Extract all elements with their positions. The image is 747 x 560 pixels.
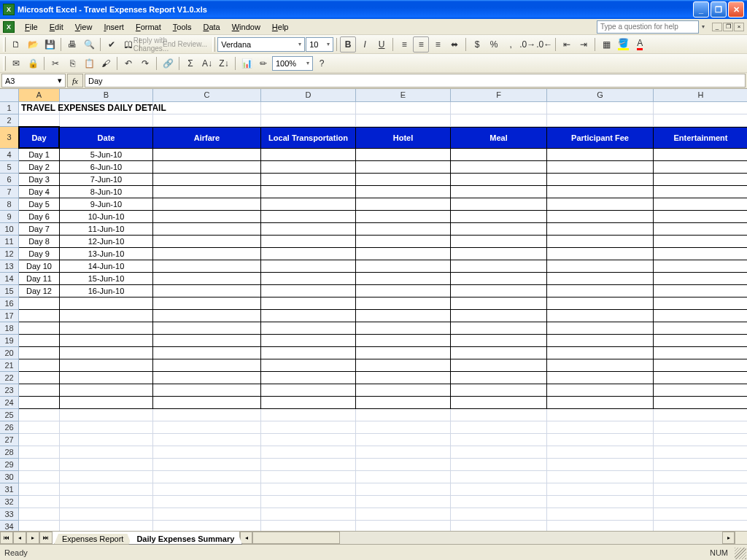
cell-H33[interactable]: [654, 508, 747, 521]
cell-G17[interactable]: [547, 310, 654, 322]
cell-F2[interactable]: [451, 114, 547, 127]
menu-file[interactable]: File: [19, 21, 44, 33]
cell-G2[interactable]: [547, 114, 654, 127]
row-header-2[interactable]: 2: [0, 114, 19, 127]
cell-D27[interactable]: [261, 434, 356, 446]
cell-H23[interactable]: [654, 384, 747, 397]
cell-H12[interactable]: [654, 248, 747, 260]
cell-A26[interactable]: [19, 421, 60, 434]
row-header-5[interactable]: 5: [0, 161, 19, 174]
row-header-23[interactable]: 23: [0, 384, 19, 397]
cell-E24[interactable]: [356, 397, 451, 409]
underline-button[interactable]: U: [374, 36, 390, 52]
cell-E19[interactable]: [356, 335, 451, 347]
cell-D22[interactable]: [261, 372, 356, 384]
cell-D20[interactable]: [261, 347, 356, 359]
cell-E25[interactable]: [356, 409, 451, 421]
row-header-15[interactable]: 15: [0, 285, 19, 298]
cell-D17[interactable]: [261, 310, 356, 322]
cell-A22[interactable]: [19, 372, 60, 384]
cell-F27[interactable]: [451, 434, 547, 446]
cell-C17[interactable]: [153, 310, 261, 322]
horizontal-scrollbar[interactable]: ◂ ▸: [239, 532, 735, 544]
row-header-24[interactable]: 24: [0, 397, 19, 409]
cell-H32[interactable]: [654, 496, 747, 508]
row-header-33[interactable]: 33: [0, 508, 19, 521]
cell-F16[interactable]: [451, 298, 547, 310]
row-header-26[interactable]: 26: [0, 421, 19, 434]
cell-A24[interactable]: [19, 397, 60, 409]
resize-grip[interactable]: [735, 548, 746, 559]
cell-A1[interactable]: TRAVEL EXPENSES DAILY DETAIL: [19, 102, 60, 114]
cell-B1[interactable]: [60, 102, 153, 114]
font-size-combo[interactable]: 10▾: [306, 37, 333, 52]
cell-F21[interactable]: [451, 359, 547, 372]
cell-H30[interactable]: [654, 471, 747, 483]
cell-H7[interactable]: [654, 186, 747, 198]
row-header-25[interactable]: 25: [0, 409, 19, 421]
cell-B3[interactable]: Date: [60, 127, 153, 149]
cell-B16[interactable]: [60, 298, 153, 310]
cell-E16[interactable]: [356, 298, 451, 310]
save-button[interactable]: 💾: [42, 36, 58, 52]
cell-F14[interactable]: [451, 273, 547, 285]
cell-A20[interactable]: [19, 347, 60, 359]
cell-D18[interactable]: [261, 322, 356, 335]
row-header-31[interactable]: 31: [0, 483, 19, 496]
cell-C28[interactable]: [153, 446, 261, 459]
cell-D3[interactable]: Local Transportation: [261, 127, 356, 149]
column-header-F[interactable]: F: [451, 89, 547, 102]
comma-button[interactable]: ,: [503, 36, 519, 52]
workbook-close-button[interactable]: ×: [734, 23, 744, 31]
open-button[interactable]: 📂: [25, 36, 41, 52]
cell-G32[interactable]: [547, 496, 654, 508]
row-header-28[interactable]: 28: [0, 446, 19, 459]
cell-C12[interactable]: [153, 248, 261, 260]
tab-first-button[interactable]: ⏮: [0, 532, 13, 544]
cell-B22[interactable]: [60, 372, 153, 384]
workbook-minimize-button[interactable]: _: [712, 23, 722, 31]
cell-A4[interactable]: Day 1: [19, 149, 60, 161]
cell-B11[interactable]: 12-Jun-10: [60, 236, 153, 248]
cell-E10[interactable]: [356, 223, 451, 236]
cell-D6[interactable]: [261, 174, 356, 186]
cell-D29[interactable]: [261, 459, 356, 471]
cell-A14[interactable]: Day 11: [19, 273, 60, 285]
cell-D8[interactable]: [261, 198, 356, 211]
cell-B6[interactable]: 7-Jun-10: [60, 174, 153, 186]
cell-E7[interactable]: [356, 186, 451, 198]
cell-G20[interactable]: [547, 347, 654, 359]
cell-H4[interactable]: [654, 149, 747, 161]
hyperlink-button[interactable]: 🔗: [160, 55, 176, 71]
row-header-17[interactable]: 17: [0, 310, 19, 322]
cell-H8[interactable]: [654, 198, 747, 211]
cell-E26[interactable]: [356, 421, 451, 434]
zoom-combo[interactable]: 100%▾: [272, 56, 313, 71]
cell-F33[interactable]: [451, 508, 547, 521]
print-button[interactable]: 🖶: [64, 36, 80, 52]
cell-C31[interactable]: [153, 483, 261, 496]
cell-F17[interactable]: [451, 310, 547, 322]
cell-D26[interactable]: [261, 421, 356, 434]
select-all-button[interactable]: [0, 89, 19, 102]
cell-A7[interactable]: Day 4: [19, 186, 60, 198]
cell-D33[interactable]: [261, 508, 356, 521]
toolbar-grip[interactable]: [212, 37, 215, 52]
cell-C16[interactable]: [153, 298, 261, 310]
cell-F6[interactable]: [451, 174, 547, 186]
cell-F23[interactable]: [451, 384, 547, 397]
spellcheck-button[interactable]: ✔: [104, 36, 120, 52]
cell-G25[interactable]: [547, 409, 654, 421]
cell-D11[interactable]: [261, 236, 356, 248]
cell-D23[interactable]: [261, 384, 356, 397]
cell-H26[interactable]: [654, 421, 747, 434]
cell-G14[interactable]: [547, 273, 654, 285]
cell-F8[interactable]: [451, 198, 547, 211]
sheet-tab[interactable]: Daily Expenses Summary: [128, 534, 242, 545]
cell-G13[interactable]: [547, 260, 654, 273]
cell-F10[interactable]: [451, 223, 547, 236]
cell-D10[interactable]: [261, 223, 356, 236]
decrease-indent-button[interactable]: ⇤: [559, 36, 575, 52]
cell-G18[interactable]: [547, 322, 654, 335]
cell-D2[interactable]: [261, 114, 356, 127]
